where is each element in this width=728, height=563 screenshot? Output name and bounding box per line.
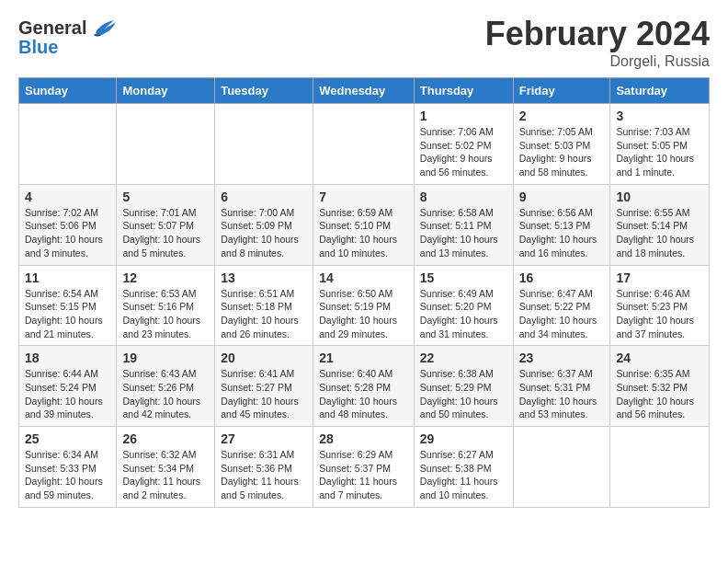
day-info: Sunrise: 6:41 AM Sunset: 5:27 PM Dayligh… <box>221 367 307 421</box>
day-number: 21 <box>319 350 408 365</box>
day-number: 2 <box>519 109 605 123</box>
day-number: 8 <box>420 190 507 204</box>
day-info: Sunrise: 6:51 AM Sunset: 5:18 PM Dayligh… <box>221 287 307 341</box>
logo-bird-icon <box>88 15 118 40</box>
day-info: Sunrise: 7:06 AM Sunset: 5:02 PM Dayligh… <box>420 125 507 179</box>
day-number: 20 <box>221 350 307 365</box>
calendar-cell: 21Sunrise: 6:40 AM Sunset: 5:28 PM Dayli… <box>313 346 415 427</box>
calendar-cell: 10Sunrise: 6:55 AM Sunset: 5:14 PM Dayli… <box>610 184 710 265</box>
day-number: 3 <box>616 109 703 123</box>
weekday-header: Sunday <box>19 78 117 104</box>
calendar-cell: 24Sunrise: 6:35 AM Sunset: 5:32 PM Dayli… <box>610 346 710 427</box>
calendar-week-row: 25Sunrise: 6:34 AM Sunset: 5:33 PM Dayli… <box>19 427 710 508</box>
day-info: Sunrise: 6:49 AM Sunset: 5:20 PM Dayligh… <box>420 287 507 341</box>
day-info: Sunrise: 6:44 AM Sunset: 5:24 PM Dayligh… <box>25 367 110 421</box>
weekday-header: Monday <box>117 78 215 104</box>
calendar-week-row: 18Sunrise: 6:44 AM Sunset: 5:24 PM Dayli… <box>19 346 710 427</box>
calendar-cell <box>215 104 313 185</box>
day-number: 7 <box>319 190 408 204</box>
day-info: Sunrise: 6:34 AM Sunset: 5:33 PM Dayligh… <box>25 448 110 502</box>
calendar-cell: 9Sunrise: 6:56 AM Sunset: 5:13 PM Daylig… <box>513 184 610 265</box>
day-info: Sunrise: 7:01 AM Sunset: 5:07 PM Dayligh… <box>122 206 209 260</box>
day-info: Sunrise: 6:55 AM Sunset: 5:14 PM Dayligh… <box>616 206 703 260</box>
day-number: 4 <box>25 190 110 204</box>
day-number: 26 <box>122 431 209 446</box>
day-number: 5 <box>122 190 209 204</box>
weekday-header: Wednesday <box>313 78 415 104</box>
day-number: 19 <box>122 350 209 365</box>
calendar-cell: 18Sunrise: 6:44 AM Sunset: 5:24 PM Dayli… <box>19 346 117 427</box>
day-number: 11 <box>25 270 110 285</box>
day-info: Sunrise: 6:53 AM Sunset: 5:16 PM Dayligh… <box>122 287 209 341</box>
calendar-week-row: 4Sunrise: 7:02 AM Sunset: 5:06 PM Daylig… <box>19 184 710 265</box>
calendar-cell: 22Sunrise: 6:38 AM Sunset: 5:29 PM Dayli… <box>414 346 513 427</box>
day-info: Sunrise: 6:46 AM Sunset: 5:23 PM Dayligh… <box>616 287 703 341</box>
day-number: 24 <box>616 350 703 365</box>
calendar-week-row: 11Sunrise: 6:54 AM Sunset: 5:15 PM Dayli… <box>19 265 710 346</box>
day-number: 22 <box>420 350 507 365</box>
day-info: Sunrise: 7:03 AM Sunset: 5:05 PM Dayligh… <box>616 125 703 179</box>
header-row: General Blue February 2024 Dorgeli, Russ… <box>18 15 710 70</box>
calendar-cell: 15Sunrise: 6:49 AM Sunset: 5:20 PM Dayli… <box>414 265 513 346</box>
calendar-cell: 6Sunrise: 7:00 AM Sunset: 5:09 PM Daylig… <box>215 184 313 265</box>
day-info: Sunrise: 6:29 AM Sunset: 5:37 PM Dayligh… <box>319 448 408 502</box>
calendar-cell <box>19 104 117 185</box>
day-number: 25 <box>25 431 110 446</box>
calendar-cell: 19Sunrise: 6:43 AM Sunset: 5:26 PM Dayli… <box>117 346 215 427</box>
title-block: February 2024 Dorgeli, Russia <box>485 15 710 70</box>
logo: General Blue <box>18 15 118 58</box>
day-number: 1 <box>420 109 507 123</box>
month-title: February 2024 <box>485 15 710 53</box>
calendar-cell <box>117 104 215 185</box>
calendar-cell: 12Sunrise: 6:53 AM Sunset: 5:16 PM Dayli… <box>117 265 215 346</box>
day-info: Sunrise: 6:56 AM Sunset: 5:13 PM Dayligh… <box>519 206 605 260</box>
day-info: Sunrise: 6:38 AM Sunset: 5:29 PM Dayligh… <box>420 367 507 421</box>
day-number: 9 <box>519 190 605 204</box>
day-number: 16 <box>519 270 605 285</box>
calendar-cell <box>313 104 415 185</box>
day-number: 12 <box>122 270 209 285</box>
day-number: 14 <box>319 270 408 285</box>
location: Dorgeli, Russia <box>485 53 710 70</box>
weekday-header: Tuesday <box>215 78 313 104</box>
calendar-cell: 29Sunrise: 6:27 AM Sunset: 5:38 PM Dayli… <box>414 427 513 508</box>
day-number: 10 <box>616 190 703 204</box>
day-info: Sunrise: 7:00 AM Sunset: 5:09 PM Dayligh… <box>221 206 307 260</box>
calendar-cell <box>610 427 710 508</box>
day-info: Sunrise: 6:35 AM Sunset: 5:32 PM Dayligh… <box>616 367 703 421</box>
day-number: 13 <box>221 270 307 285</box>
calendar-cell: 23Sunrise: 6:37 AM Sunset: 5:31 PM Dayli… <box>513 346 610 427</box>
calendar-cell: 28Sunrise: 6:29 AM Sunset: 5:37 PM Dayli… <box>313 427 415 508</box>
day-info: Sunrise: 6:37 AM Sunset: 5:31 PM Dayligh… <box>519 367 605 421</box>
calendar-cell: 17Sunrise: 6:46 AM Sunset: 5:23 PM Dayli… <box>610 265 710 346</box>
logo-blue: Blue <box>18 37 58 58</box>
calendar-week-row: 1Sunrise: 7:06 AM Sunset: 5:02 PM Daylig… <box>19 104 710 185</box>
day-info: Sunrise: 6:50 AM Sunset: 5:19 PM Dayligh… <box>319 287 408 341</box>
calendar-cell: 5Sunrise: 7:01 AM Sunset: 5:07 PM Daylig… <box>117 184 215 265</box>
calendar-cell: 16Sunrise: 6:47 AM Sunset: 5:22 PM Dayli… <box>513 265 610 346</box>
calendar-cell: 7Sunrise: 6:59 AM Sunset: 5:10 PM Daylig… <box>313 184 415 265</box>
day-number: 15 <box>420 270 507 285</box>
calendar-header-row: SundayMondayTuesdayWednesdayThursdayFrid… <box>19 78 710 104</box>
day-info: Sunrise: 6:54 AM Sunset: 5:15 PM Dayligh… <box>25 287 110 341</box>
day-number: 18 <box>25 350 110 365</box>
day-number: 28 <box>319 431 408 446</box>
day-info: Sunrise: 6:58 AM Sunset: 5:11 PM Dayligh… <box>420 206 507 260</box>
day-info: Sunrise: 6:43 AM Sunset: 5:26 PM Dayligh… <box>122 367 209 421</box>
calendar-cell <box>513 427 610 508</box>
calendar-cell: 8Sunrise: 6:58 AM Sunset: 5:11 PM Daylig… <box>414 184 513 265</box>
day-info: Sunrise: 6:59 AM Sunset: 5:10 PM Dayligh… <box>319 206 408 260</box>
calendar-cell: 2Sunrise: 7:05 AM Sunset: 5:03 PM Daylig… <box>513 104 610 185</box>
day-number: 6 <box>221 190 307 204</box>
day-number: 29 <box>420 431 507 446</box>
day-number: 23 <box>519 350 605 365</box>
calendar-cell: 11Sunrise: 6:54 AM Sunset: 5:15 PM Dayli… <box>19 265 117 346</box>
weekday-header: Friday <box>513 78 610 104</box>
weekday-header: Thursday <box>414 78 513 104</box>
day-info: Sunrise: 6:40 AM Sunset: 5:28 PM Dayligh… <box>319 367 408 421</box>
calendar-cell: 26Sunrise: 6:32 AM Sunset: 5:34 PM Dayli… <box>117 427 215 508</box>
day-info: Sunrise: 6:47 AM Sunset: 5:22 PM Dayligh… <box>519 287 605 341</box>
page-container: General Blue February 2024 Dorgeli, Russ… <box>0 0 728 523</box>
calendar-cell: 25Sunrise: 6:34 AM Sunset: 5:33 PM Dayli… <box>19 427 117 508</box>
calendar-table: SundayMondayTuesdayWednesdayThursdayFrid… <box>18 77 710 508</box>
